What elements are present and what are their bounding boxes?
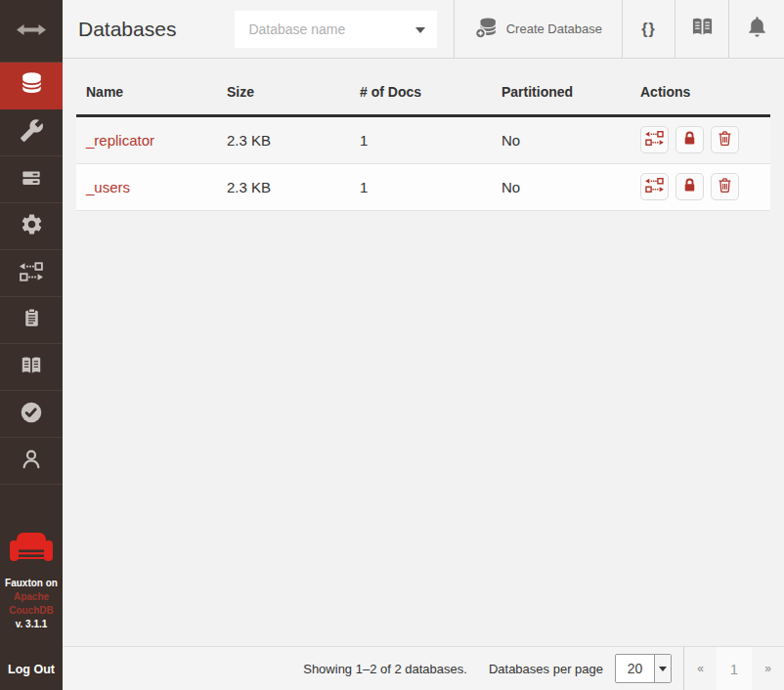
replicate-icon bbox=[645, 130, 664, 150]
clipboard-icon bbox=[20, 306, 44, 334]
open-book-icon bbox=[689, 14, 716, 44]
json-api-button[interactable]: {} bbox=[622, 0, 675, 58]
page-title: Databases bbox=[78, 18, 176, 41]
create-database-label: Create Database bbox=[506, 22, 602, 36]
create-database-button[interactable]: Create Database bbox=[454, 0, 622, 58]
apache-couchdb-link[interactable]: Apache bbox=[0, 590, 63, 604]
sidebar-item-configuration[interactable] bbox=[0, 203, 63, 250]
sidebar-item-account[interactable] bbox=[0, 438, 63, 485]
size-cell: 2.3 KB bbox=[217, 115, 350, 163]
sidebar-item-replication[interactable] bbox=[0, 250, 63, 297]
pagination: « 1 » bbox=[683, 647, 784, 690]
double-arrow-icon bbox=[17, 22, 46, 40]
pagination-page-1-button[interactable]: 1 bbox=[717, 647, 752, 690]
docs-cell: 1 bbox=[350, 115, 492, 163]
database-link-users[interactable]: _users bbox=[86, 179, 130, 195]
bell-icon bbox=[745, 15, 769, 43]
trash-icon bbox=[716, 129, 734, 151]
column-header-size: Size bbox=[217, 59, 350, 115]
server-stack-icon bbox=[19, 165, 44, 194]
brand-line: Fauxton on bbox=[0, 577, 63, 590]
curly-braces-icon: {} bbox=[641, 21, 655, 38]
top-header: Databases bbox=[63, 0, 784, 59]
databases-table: Name Size # of Docs Partitioned Actions … bbox=[76, 59, 770, 211]
database-icon bbox=[19, 70, 45, 101]
person-icon bbox=[19, 447, 44, 476]
replicate-database-button[interactable] bbox=[640, 126, 669, 153]
table-row: _users 2.3 KB 1 No bbox=[76, 163, 770, 210]
database-name-input[interactable] bbox=[235, 11, 437, 48]
lock-icon bbox=[680, 129, 699, 151]
wrench-icon bbox=[20, 118, 44, 147]
select-caret-icon bbox=[654, 655, 671, 682]
sidebar-item-active-tasks[interactable] bbox=[0, 156, 63, 203]
replicate-database-button[interactable] bbox=[640, 173, 669, 200]
pagination-prev-button[interactable]: « bbox=[684, 647, 717, 690]
column-header-actions: Actions bbox=[631, 59, 770, 115]
gear-icon bbox=[20, 212, 44, 240]
apache-couchdb-link-2[interactable]: CouchDB bbox=[0, 604, 63, 618]
lock-icon bbox=[680, 176, 699, 197]
pagination-next-button[interactable]: » bbox=[752, 647, 784, 690]
sidebar-item-setup[interactable] bbox=[0, 109, 63, 156]
table-row: _replicator 2.3 KB 1 No bbox=[76, 115, 770, 163]
sidebar-item-active-tasks-list[interactable] bbox=[0, 297, 63, 344]
results-summary: Showing 1–2 of 2 databases. bbox=[303, 662, 467, 676]
open-book-icon bbox=[19, 353, 44, 382]
check-circle-icon bbox=[19, 400, 44, 429]
logout-button[interactable]: Log Out bbox=[0, 657, 63, 682]
partitioned-cell: No bbox=[492, 163, 631, 210]
per-page-value: 20 bbox=[616, 661, 654, 676]
fauxton-app: Fauxton on Apache CouchDB v. 3.1.1 Log O… bbox=[0, 0, 784, 690]
header-spacer bbox=[437, 0, 453, 58]
footer-bar: Showing 1–2 of 2 databases. Databases pe… bbox=[63, 646, 784, 690]
database-link-replicator[interactable]: _replicator bbox=[86, 132, 154, 149]
version-label: v. 3.1.1 bbox=[0, 618, 63, 631]
sidebar-footer: Fauxton on Apache CouchDB v. 3.1.1 Log O… bbox=[0, 532, 63, 690]
column-header-partitioned: Partitioned bbox=[492, 59, 631, 115]
column-header-name: Name bbox=[76, 59, 217, 115]
database-plus-icon bbox=[474, 16, 498, 42]
sidebar-collapse-toggle[interactable] bbox=[0, 0, 63, 63]
sidebar-item-documentation[interactable] bbox=[0, 344, 63, 391]
chevron-down-icon bbox=[415, 27, 425, 33]
sidebar: Fauxton on Apache CouchDB v. 3.1.1 Log O… bbox=[0, 0, 63, 690]
set-permissions-button[interactable] bbox=[675, 173, 704, 200]
sidebar-item-verify[interactable] bbox=[0, 391, 63, 438]
sidebar-item-databases[interactable] bbox=[0, 63, 63, 109]
per-page-select[interactable]: 20 bbox=[615, 654, 672, 683]
set-permissions-button[interactable] bbox=[675, 126, 704, 153]
per-page-label: Databases per page bbox=[489, 662, 603, 676]
notifications-button[interactable] bbox=[728, 0, 784, 58]
couchdb-couch-logo-icon bbox=[10, 532, 53, 567]
size-cell: 2.3 KB bbox=[217, 163, 350, 210]
trash-icon bbox=[716, 176, 734, 197]
documentation-button[interactable] bbox=[675, 0, 728, 58]
main-panel: Databases bbox=[63, 0, 784, 690]
databases-content: Name Size # of Docs Partitioned Actions … bbox=[63, 59, 784, 646]
delete-database-button[interactable] bbox=[711, 173, 739, 200]
table-header-row: Name Size # of Docs Partitioned Actions bbox=[76, 59, 770, 115]
delete-database-button[interactable] bbox=[711, 126, 739, 153]
database-name-combobox[interactable] bbox=[235, 11, 437, 48]
column-header-docs: # of Docs bbox=[350, 59, 492, 115]
docs-cell: 1 bbox=[350, 163, 492, 210]
replication-icon bbox=[20, 261, 43, 286]
partitioned-cell: No bbox=[492, 115, 631, 163]
replicate-icon bbox=[645, 177, 664, 196]
